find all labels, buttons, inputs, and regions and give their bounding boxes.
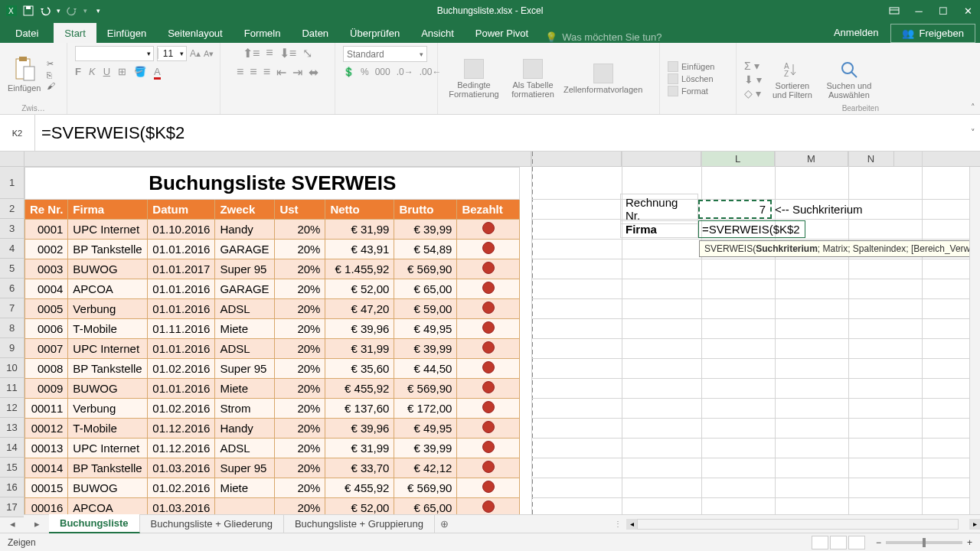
tab-file[interactable]: Datei xyxy=(0,23,54,43)
column-header-L[interactable]: L xyxy=(701,152,775,167)
column-header[interactable] xyxy=(531,152,622,167)
clear-icon[interactable]: ◇ ▾ xyxy=(744,87,762,99)
select-all-corner[interactable] xyxy=(0,152,24,167)
font-color-button[interactable]: A xyxy=(154,66,161,77)
qat-customize-icon[interactable]: ▾ xyxy=(96,7,100,15)
worksheet-grid[interactable]: 1 2 3 4 5 6 7 8 9 10 11 12 13 14 15 16 1… xyxy=(0,152,980,514)
tell-me-search[interactable]: 💡 Was möchten Sie tun? xyxy=(539,31,668,43)
formula-bar[interactable]: =SVERWEIS($K$2 xyxy=(35,115,966,151)
tab-formulas[interactable]: Formeln xyxy=(234,23,292,43)
tab-start[interactable]: Start xyxy=(54,23,96,43)
zoom-out-icon[interactable]: − xyxy=(876,537,881,548)
cut-icon[interactable]: ✂ xyxy=(47,59,55,69)
conditional-format-button[interactable]: Bedingte Formatierung xyxy=(446,59,502,99)
percent-button[interactable]: % xyxy=(361,67,369,77)
format-as-table-button[interactable]: Als Tabelle formatieren xyxy=(508,59,557,99)
row-header[interactable]: 5 xyxy=(0,259,24,279)
zoom-in-icon[interactable]: + xyxy=(967,537,972,548)
horizontal-scrollbar[interactable] xyxy=(637,519,959,530)
undo-dropdown-icon[interactable]: ▾ xyxy=(57,7,60,15)
currency-button[interactable]: 💲 xyxy=(343,67,354,77)
col-zweck[interactable]: Zweck xyxy=(215,200,275,220)
row-header[interactable]: 14 xyxy=(0,438,24,458)
col-brutto[interactable]: Brutto xyxy=(394,200,457,220)
find-select-button[interactable]: Suchen und Auswählen xyxy=(823,60,875,99)
column-header[interactable] xyxy=(622,152,701,167)
col-renr[interactable]: Re Nr. xyxy=(25,200,68,220)
table-row[interactable]: 00016APCOA01.03.201620%€ 52,00€ 65,00 xyxy=(25,498,520,515)
row-header[interactable]: 12 xyxy=(0,398,24,418)
table-row[interactable]: 0003BUWOG01.01.2017Super 9520%€ 1.455,92… xyxy=(25,259,520,279)
sheet-tab-2[interactable]: Buchungsliste + Gliederung xyxy=(140,515,284,533)
insert-cells-icon[interactable] xyxy=(668,61,678,72)
row-header[interactable]: 9 xyxy=(0,338,24,358)
col-datum[interactable]: Datum xyxy=(148,200,215,220)
comma-button[interactable]: 000 xyxy=(375,67,390,77)
align-right-icon[interactable]: ≡ xyxy=(263,65,270,80)
view-page-break-button[interactable] xyxy=(848,536,865,549)
table-row[interactable]: 00015BUWOG01.02.2016Miete20%€ 455,92€ 56… xyxy=(25,478,520,498)
view-normal-button[interactable] xyxy=(812,536,828,549)
zoom-slider[interactable] xyxy=(886,541,962,544)
table-row[interactable]: 0004APCOA01.01.2016GARAGE20%€ 52,00€ 65,… xyxy=(25,279,520,299)
redo-icon[interactable] xyxy=(67,5,77,16)
indent-inc-icon[interactable]: ⇥ xyxy=(292,65,302,80)
hscroll-splitter[interactable]: ⋮ xyxy=(614,520,622,528)
column-header-N[interactable]: N xyxy=(848,152,894,167)
merge-icon[interactable]: ⬌ xyxy=(309,65,318,80)
row-header[interactable]: 3 xyxy=(0,219,24,239)
close-button[interactable]: ✕ xyxy=(956,0,980,21)
tab-layout[interactable]: Seitenlayout xyxy=(157,23,234,43)
col-firma[interactable]: Firma xyxy=(68,200,148,220)
active-formula-cell[interactable]: =SVERWEIS($K$2 SVERWEIS(Suchkriterium; M… xyxy=(698,220,805,238)
bold-button[interactable]: F xyxy=(75,66,81,77)
row-header[interactable]: 1 xyxy=(0,167,24,199)
ribbon-display-icon[interactable] xyxy=(882,0,906,21)
row-header[interactable]: 13 xyxy=(0,418,24,438)
table-row[interactable]: 00014BP Tankstelle01.03.2016Super 9520%€… xyxy=(25,458,520,478)
number-format-combo[interactable]: Standard▾ xyxy=(343,46,427,62)
increase-font-icon[interactable]: A▴ xyxy=(190,48,201,59)
italic-button[interactable]: K xyxy=(89,66,96,77)
row-header[interactable]: 15 xyxy=(0,458,24,478)
sign-in-link[interactable]: Anmelden xyxy=(822,22,891,43)
format-painter-icon[interactable]: 🖌 xyxy=(47,81,55,90)
row-header[interactable]: 4 xyxy=(0,239,24,259)
tab-data[interactable]: Daten xyxy=(291,23,339,43)
table-row[interactable]: 0008BP Tankstelle01.02.2016Super 9520%€ … xyxy=(25,359,520,379)
align-left-icon[interactable]: ≡ xyxy=(237,65,243,80)
table-row[interactable]: 0001UPC Internet01.10.2016Handy20%€ 31,9… xyxy=(25,220,520,240)
name-box[interactable]: K2 xyxy=(0,115,35,151)
expand-formula-bar-icon[interactable]: ˅ xyxy=(966,115,980,151)
col-ust[interactable]: Ust xyxy=(275,200,325,220)
table-row[interactable]: 0009BUWOG01.01.2016Miete20%€ 455,92€ 569… xyxy=(25,379,520,399)
col-netto[interactable]: Netto xyxy=(325,200,394,220)
table-row[interactable]: 0006T-Mobile01.11.2016Miete20%€ 39,96€ 4… xyxy=(25,319,520,339)
hscroll-left[interactable]: ◂ xyxy=(626,519,637,530)
sheet-tab-3[interactable]: Buchungsliste + Gruppierung xyxy=(284,515,435,533)
orientation-icon[interactable]: ⤡ xyxy=(302,46,312,60)
row-header[interactable]: 16 xyxy=(0,478,24,497)
sheet-nav-next[interactable]: ▸ xyxy=(24,518,49,530)
row-header[interactable]: 6 xyxy=(0,279,24,298)
tab-review[interactable]: Überprüfen xyxy=(339,23,410,43)
col-bezahlt[interactable]: Bezahlt xyxy=(457,200,520,220)
row-header[interactable]: 10 xyxy=(0,358,24,378)
sheet-tab-1[interactable]: Buchungsliste xyxy=(49,514,140,533)
row-header[interactable]: 2 xyxy=(0,199,24,219)
redo-dropdown-icon[interactable]: ▾ xyxy=(83,7,87,15)
font-name-combo[interactable]: ▾ xyxy=(75,46,154,61)
fill-color-button[interactable]: 🪣 xyxy=(134,66,146,77)
autosum-icon[interactable]: Σ ▾ xyxy=(744,60,762,72)
view-page-layout-button[interactable] xyxy=(830,536,847,549)
align-top-icon[interactable]: ⬆≡ xyxy=(243,46,260,60)
align-middle-icon[interactable]: ≡ xyxy=(266,46,273,60)
font-size-combo[interactable]: 11▾ xyxy=(157,46,187,61)
indent-dec-icon[interactable]: ⇤ xyxy=(276,65,286,80)
column-header-range[interactable] xyxy=(24,152,531,167)
align-bottom-icon[interactable]: ⬇≡ xyxy=(279,46,296,60)
hscroll-right[interactable]: ▸ xyxy=(969,519,980,530)
collapse-ribbon-icon[interactable]: ˄ xyxy=(971,103,975,112)
table-row[interactable]: 00011Verbung01.02.2016Strom20%€ 137,60€ … xyxy=(25,399,520,419)
rechnr-value-cell[interactable]: 7 xyxy=(698,200,772,219)
